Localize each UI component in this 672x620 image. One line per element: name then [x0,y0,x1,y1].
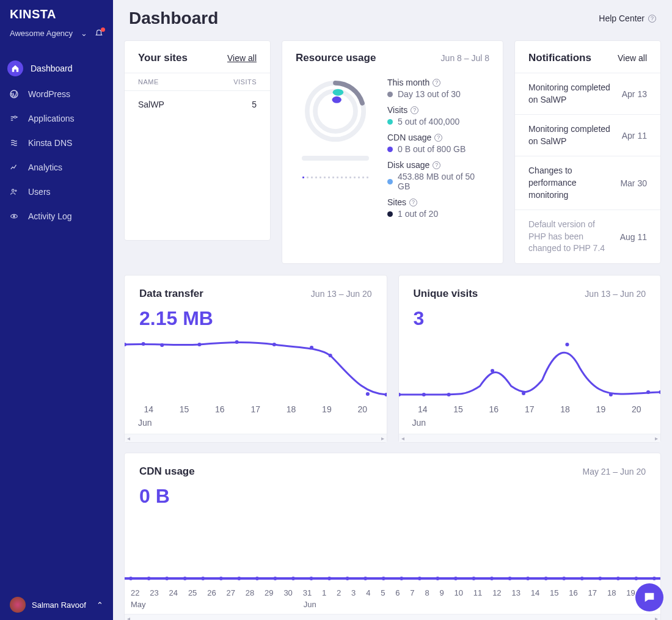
card-title: Resource usage [296,52,376,64]
date-range: Jun 8 – Jul 8 [441,53,489,63]
axis-tick: 17 [525,404,535,414]
info-icon[interactable]: ? [434,134,442,142]
chart-scrollbar[interactable]: ◂▸ [125,434,387,442]
svg-point-17 [384,393,386,396]
card-title: Unique visits [414,288,478,300]
chat-launcher-button[interactable] [635,583,663,611]
svg-point-49 [508,577,512,580]
nav-label: Analytics [28,162,62,172]
svg-point-30 [165,577,169,580]
chart-scrollbar[interactable]: ◂▸ [399,434,661,442]
notification-dot [101,27,105,32]
help-icon: ? [648,15,656,23]
user-menu[interactable]: Salman Ravoof ⌃ [0,589,113,620]
cdn-usage-card: CDN usage May 21 – Jun 20 0 B 2223242526… [124,453,661,620]
topbar: Dashboard Help Center ? [113,0,672,34]
svg-point-31 [183,577,187,580]
primary-nav: Dashboard WordPress Applications Kinsta … [0,55,113,228]
card-title: Your sites [138,52,188,64]
info-icon[interactable]: ? [433,79,440,87]
carousel-pager[interactable] [302,177,368,178]
users-icon [7,185,21,199]
axis-tick: 29 [265,588,273,597]
sidebar-item-applications[interactable]: Applications [0,106,113,131]
axis-tick: 14 [531,588,539,597]
axis-tick: 24 [169,588,178,597]
svg-point-45 [436,577,439,580]
table-row[interactable]: SalWP 5 [125,91,270,118]
brand-logo: KINSTA [0,0,113,26]
sidebar-item-users[interactable]: Users [0,180,113,204]
sidebar-item-activity-log[interactable]: Activity Log [0,204,113,228]
axis-tick: 5 [381,588,385,597]
sidebar-item-dashboard[interactable]: Dashboard [0,55,113,82]
sidebar-item-wordpress[interactable]: WordPress [0,82,113,106]
svg-point-40 [346,577,349,580]
nav-label: Users [28,187,51,197]
chart-scrollbar[interactable]: ◂▸ [125,614,660,620]
axis-tick: 17 [588,588,597,597]
cdn-usage-chart [125,515,660,582]
resource-metric: Disk usage? 453.88 MB out of 50 GB [387,160,489,191]
notification-row[interactable]: Monitoring completed on SalWPApr 13 [515,73,660,114]
svg-point-34 [237,577,241,580]
svg-point-51 [544,577,548,580]
resource-metrics: This month? Day 13 out of 30Visits? 5 ou… [387,78,489,225]
svg-point-22 [521,392,525,395]
svg-point-9 [142,342,145,346]
axis-tick: 1 [322,588,326,597]
card-title: Data transfer [139,288,203,300]
sidebar-item-dns[interactable]: Kinsta DNS [0,131,113,155]
help-center-link[interactable]: Help Center ? [599,13,656,23]
axis-tick: 6 [395,588,400,597]
info-icon[interactable]: ? [411,106,418,114]
notification-row[interactable]: Default version of PHP has been changed … [515,210,660,263]
x-axis: 14151617181920 [399,398,661,418]
svg-point-35 [255,577,259,580]
svg-point-11 [197,343,201,346]
notification-row[interactable]: Changes to performance monitoringMar 30 [515,156,660,210]
svg-point-50 [526,577,530,580]
applications-icon [7,112,21,125]
axis-tick: 20 [357,404,367,414]
axis-tick: 18 [287,404,296,414]
x-axis-month: Jun [125,418,387,434]
axis-tick: 8 [425,588,429,597]
date-range: Jun 13 – Jun 20 [585,289,646,299]
data-transfer-chart [125,337,387,398]
axis-tick: 17 [250,404,260,414]
nav-label: Dashboard [31,64,73,73]
view-all-link[interactable]: View all [227,53,257,63]
card-title: CDN usage [139,465,195,478]
chat-icon [643,591,656,604]
view-all-link[interactable]: View all [618,53,647,63]
svg-point-43 [400,577,403,580]
axis-tick: 12 [492,588,501,597]
your-sites-card: Your sites View all NAME VISITS SalWP 5 [124,40,271,241]
main-content: Dashboard Help Center ? Your sites View … [113,0,672,620]
resource-donut-chart [302,78,369,145]
axis-tick: 16 [489,404,499,414]
notifications-bell-icon[interactable] [95,29,103,38]
svg-point-6 [333,89,344,96]
info-icon[interactable]: ? [409,199,417,206]
svg-point-32 [201,577,205,580]
svg-point-48 [490,577,494,580]
svg-point-23 [565,343,569,346]
info-icon[interactable]: ? [433,161,440,169]
axis-tick: 16 [569,588,577,597]
activity-log-icon [7,210,21,223]
svg-point-37 [291,577,295,580]
card-title: Notifications [528,52,591,64]
sidebar-item-analytics[interactable]: Analytics [0,155,113,180]
svg-point-16 [366,392,370,396]
avatar [10,597,26,613]
site-visits: 5 [252,100,257,109]
data-transfer-card: Data transfer Jun 13 – Jun 20 2.15 MB 14… [124,275,387,443]
notification-row[interactable]: Monitoring completed on SalWPApr 11 [515,114,660,156]
nav-label: Applications [28,114,75,123]
svg-point-24 [608,393,612,396]
agency-switcher[interactable]: Awesome Agency ⌄ [0,26,113,48]
svg-point-7 [332,97,341,103]
svg-point-36 [273,577,277,580]
